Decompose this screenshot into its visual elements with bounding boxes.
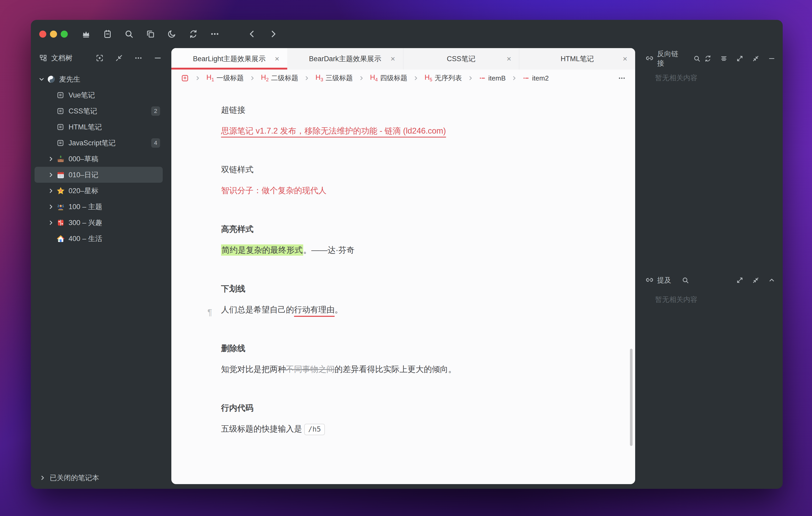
collapse-icon[interactable]	[752, 55, 759, 62]
minimize-panel-icon[interactable]	[153, 54, 162, 62]
home-icon	[57, 235, 68, 243]
close-window-button[interactable]	[39, 31, 46, 38]
tree-item-folder[interactable]: 000–草稿	[34, 151, 163, 167]
forward-icon[interactable]	[269, 29, 278, 39]
more-icon[interactable]	[210, 29, 220, 39]
plain-text: 五级标题的快捷输入是	[221, 424, 302, 433]
search-icon[interactable]	[693, 55, 701, 62]
tree-item-folder[interactable]: 400 – 生活	[34, 231, 163, 246]
minimize-window-button[interactable]	[50, 31, 57, 38]
empty-message: 暂无相关内容	[655, 73, 783, 83]
file-tree-header: 文档树	[31, 48, 171, 68]
chevron-right-icon[interactable]	[46, 172, 57, 178]
chevron-right-icon[interactable]	[46, 219, 57, 226]
right-dock-panel: 反向链接	[635, 48, 783, 489]
chevron-right-icon[interactable]	[46, 203, 57, 210]
underlined-text: 行动有理由	[294, 305, 335, 317]
tree-item-label: 010–日记	[68, 170, 98, 180]
tree-item-doc[interactable]: CSS笔记 2	[34, 103, 163, 119]
tree-item-notebook[interactable]: 麦先生	[34, 71, 163, 87]
refresh-icon[interactable]	[704, 55, 712, 62]
close-icon[interactable]: ×	[622, 55, 627, 63]
zoom-window-button[interactable]	[61, 31, 68, 38]
tree-item-folder-selected[interactable]: 010–日记	[34, 167, 163, 183]
panel-title: 提及	[657, 275, 671, 285]
close-icon[interactable]: ×	[275, 55, 280, 63]
align-center-icon[interactable]	[720, 55, 727, 62]
block-reference[interactable]: 智识分子：做个复杂的现代人	[221, 186, 326, 195]
focus-icon[interactable]	[95, 54, 104, 62]
plain-text: 。——达·芬奇	[303, 245, 354, 254]
closed-notebooks-toggle[interactable]: 已关闭的笔记本	[39, 473, 99, 483]
tab-label: CSS笔记	[447, 54, 475, 63]
empty-message: 暂无相关内容	[655, 295, 783, 304]
breadcrumb-item-h4[interactable]: H4四级标题	[370, 73, 408, 83]
daily-note-icon[interactable]	[103, 29, 112, 39]
section-underline: 下划线 ¶人们总是希望自己的行动有理由。	[221, 281, 635, 318]
panel-title: 反向链接	[657, 49, 683, 68]
scrollbar-thumb[interactable]	[630, 349, 633, 446]
close-icon[interactable]: ×	[390, 55, 395, 63]
collapse-icon[interactable]	[115, 54, 123, 62]
minimize-panel-icon[interactable]	[768, 55, 775, 62]
sync-icon[interactable]	[188, 29, 198, 39]
tab-label: BearDark主题效果展示	[309, 54, 381, 63]
collapse-icon[interactable]	[752, 277, 759, 284]
more-icon[interactable]	[134, 54, 143, 62]
document-icon	[57, 91, 68, 99]
mentions-header: 提及	[635, 272, 783, 288]
chevron-down-icon[interactable]	[36, 76, 47, 83]
tree-item-folder[interactable]: 300 – 兴趣	[34, 215, 163, 231]
chevron-up-icon[interactable]	[768, 277, 775, 284]
titlebar	[31, 20, 783, 48]
search-icon[interactable]	[124, 29, 134, 39]
chevron-right-icon[interactable]	[46, 155, 57, 162]
tab-css-notes[interactable]: CSS笔记 ×	[403, 48, 519, 69]
breadcrumb-item-h3[interactable]: H3三级标题	[316, 73, 353, 83]
section-blockref: 双链样式 智识分子：做个复杂的现代人	[221, 161, 635, 199]
breadcrumb-item-h2[interactable]: H2二级标题	[261, 73, 298, 83]
tree-item-label: 000–草稿	[68, 154, 98, 164]
breadcrumb-item-itemb[interactable]: itemB	[479, 74, 506, 82]
expand-icon[interactable]	[736, 277, 744, 284]
game-switch-icon	[57, 218, 68, 227]
tree-item-doc[interactable]: HTML笔记	[34, 119, 163, 135]
paragraph-marker: ¶	[207, 304, 212, 321]
section-hyperlink: 超链接 思源笔记 v1.7.2 发布，移除无法维护的功能 - 链滴 (ld246…	[221, 102, 635, 139]
expand-icon[interactable]	[736, 55, 744, 62]
hyperlink[interactable]: 思源笔记 v1.7.2 发布，移除无法维护的功能 - 链滴 (ld246.com…	[221, 126, 446, 138]
tree-item-doc[interactable]: JavaScript笔记 4	[34, 135, 163, 151]
document-icon[interactable]	[181, 74, 189, 82]
more-icon[interactable]	[618, 74, 626, 82]
dark-mode-moon-icon[interactable]	[167, 29, 177, 39]
section-label: 行内代码	[221, 400, 635, 416]
backlinks-panel: 反向链接	[635, 51, 783, 83]
section-inline-code: 行内代码 五级标题的快捷输入是/h5	[221, 400, 635, 437]
tree-item-label: CSS笔记	[68, 107, 97, 116]
person-theme-icon	[57, 203, 68, 211]
section-highlight: 高亮样式 简约是复杂的最终形式。——达·芬奇	[221, 221, 635, 258]
tree-item-doc[interactable]: Vue笔记	[34, 87, 163, 103]
search-icon[interactable]	[682, 277, 689, 284]
back-icon[interactable]	[247, 29, 257, 39]
tree-item-folder[interactable]: 100 – 主题	[34, 199, 163, 215]
chevron-right-icon	[304, 75, 310, 81]
windows-icon[interactable]	[146, 29, 155, 39]
close-icon[interactable]: ×	[507, 55, 512, 63]
tree-item-folder[interactable]: 020–星标	[34, 183, 163, 199]
crown-icon[interactable]	[81, 29, 91, 39]
editor-content[interactable]: 超链接 思源笔记 v1.7.2 发布，移除无法维护的功能 - 链滴 (ld246…	[171, 87, 635, 484]
breadcrumb-item-h1[interactable]: H1一级标题	[206, 73, 244, 83]
tree-item-label: 020–星标	[68, 186, 98, 195]
tab-beardark[interactable]: BearDark主题效果展示 ×	[287, 48, 403, 69]
chevron-right-icon	[39, 475, 46, 481]
chevron-right-icon[interactable]	[46, 187, 57, 194]
tab-bearlight[interactable]: BearLight主题效果展示 ×	[171, 48, 287, 69]
app-window: 文档树	[31, 20, 783, 489]
breadcrumb-item-h5[interactable]: H5无序列表	[425, 73, 462, 83]
document-icon	[57, 139, 68, 147]
document-icon	[57, 123, 68, 131]
editor-card: BearLight主题效果展示 × BearDark主题效果展示 × CSS笔记…	[171, 48, 635, 484]
tab-html-notes[interactable]: HTML笔记 ×	[519, 48, 635, 69]
breadcrumb-item-item2[interactable]: item2	[523, 74, 549, 82]
